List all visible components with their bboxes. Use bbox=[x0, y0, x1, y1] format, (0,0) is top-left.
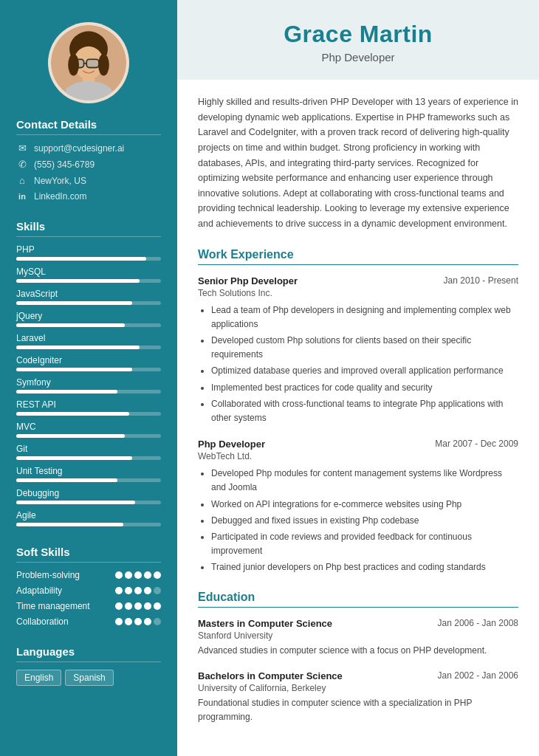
dot bbox=[154, 618, 161, 625]
skill-bar-bg bbox=[16, 501, 161, 504]
job-bullet: Developed Php modules for content manage… bbox=[211, 467, 518, 495]
job-bullet: Implemented best practices for code qual… bbox=[211, 381, 518, 395]
work-experience-section: Work Experience Senior Php Developer Jan… bbox=[198, 248, 518, 575]
skill-name: PHP bbox=[16, 244, 161, 255]
skill-name: Agile bbox=[16, 510, 161, 520]
soft-skill-name: Adaptability bbox=[16, 585, 115, 596]
skill-bar-bg bbox=[16, 346, 161, 349]
skill-bar-bg bbox=[16, 412, 161, 416]
skill-bar-bg bbox=[16, 456, 161, 460]
dot bbox=[144, 571, 151, 579]
job-bullet: Collaborated with cross-functional teams… bbox=[211, 397, 518, 425]
job-bullet: Trained junior developers on Php best pr… bbox=[211, 560, 518, 574]
skill-item: jQuery bbox=[16, 311, 161, 327]
soft-skill-name: Time management bbox=[16, 601, 115, 611]
jobs-list: Senior Php Developer Jan 2010 - Present … bbox=[198, 275, 518, 575]
soft-skills-section: Soft Skills Problem-solving Adaptability… bbox=[0, 546, 177, 632]
job-company: Tech Solutions Inc. bbox=[198, 288, 518, 298]
dot bbox=[134, 602, 142, 610]
dot bbox=[154, 602, 161, 610]
soft-skill-item: Time management bbox=[16, 601, 161, 611]
skill-item: Symfony bbox=[16, 377, 161, 394]
summary-text: Highly skilled and results-driven PHP De… bbox=[198, 94, 518, 232]
svg-point-10 bbox=[68, 54, 79, 76]
dot bbox=[144, 618, 151, 625]
soft-skill-item: Problem-solving bbox=[16, 570, 161, 580]
skill-bar-bg bbox=[16, 257, 161, 261]
job-bullet: Lead a team of Php developers in designi… bbox=[211, 303, 518, 331]
edu-date: Jan 2006 - Jan 2008 bbox=[438, 618, 518, 628]
dot bbox=[115, 587, 123, 594]
edu-header: Bachelors in Computer Science Jan 2002 -… bbox=[198, 670, 518, 681]
soft-skill-name: Problem-solving bbox=[16, 570, 115, 580]
skill-item: MVC bbox=[16, 422, 161, 438]
skill-bar-fill bbox=[16, 501, 135, 504]
skill-bar-fill bbox=[16, 478, 117, 482]
location-icon: ⌂ bbox=[16, 175, 28, 186]
contact-section: Contact Details ✉ support@cvdesigner.ai … bbox=[0, 118, 177, 207]
edu-date: Jan 2002 - Jan 2006 bbox=[438, 670, 518, 681]
avatar bbox=[48, 22, 129, 103]
soft-skills-list: Problem-solving Adaptability Time manage… bbox=[16, 570, 161, 627]
contact-title: Contact Details bbox=[16, 118, 161, 135]
candidate-title: Php Developer bbox=[192, 51, 524, 63]
skill-bar-bg bbox=[16, 434, 161, 438]
languages-list: EnglishSpanish bbox=[16, 670, 161, 690]
header-section: Grace Martin Php Developer bbox=[177, 0, 539, 80]
skill-item: MySQL bbox=[16, 267, 161, 283]
skill-bar-fill bbox=[16, 523, 123, 526]
soft-skills-title: Soft Skills bbox=[16, 546, 161, 563]
skill-bar-fill bbox=[16, 279, 140, 283]
skill-item: Debugging bbox=[16, 488, 161, 504]
dot bbox=[125, 571, 132, 579]
skill-bar-fill bbox=[16, 257, 146, 261]
language-tag: Spanish bbox=[65, 670, 113, 686]
dot bbox=[125, 587, 132, 594]
edu-block: Bachelors in Computer Science Jan 2002 -… bbox=[198, 670, 518, 724]
skill-bar-fill bbox=[16, 346, 140, 349]
skill-item: Git bbox=[16, 444, 161, 460]
edu-block: Masters in Computer Science Jan 2006 - J… bbox=[198, 618, 518, 658]
skill-bar-fill bbox=[16, 434, 125, 438]
skill-name: REST API bbox=[16, 399, 161, 410]
dots bbox=[115, 571, 161, 579]
edu-degree: Bachelors in Computer Science bbox=[198, 670, 343, 681]
dot bbox=[144, 587, 151, 594]
skill-bar-bg bbox=[16, 523, 161, 526]
dot bbox=[134, 618, 142, 625]
resume-body: Highly skilled and results-driven PHP De… bbox=[177, 80, 539, 756]
skill-name: jQuery bbox=[16, 311, 161, 321]
dot bbox=[144, 602, 151, 610]
dot bbox=[125, 602, 132, 610]
job-header: Senior Php Developer Jan 2010 - Present bbox=[198, 275, 518, 286]
skill-bar-fill bbox=[16, 323, 125, 327]
skill-bar-fill bbox=[16, 390, 117, 394]
skill-name: Debugging bbox=[16, 488, 161, 498]
edu-degree: Masters in Computer Science bbox=[198, 618, 332, 629]
skill-bar-bg bbox=[16, 323, 161, 327]
skill-name: CodeIgniter bbox=[16, 355, 161, 365]
edu-school: Stanford University bbox=[198, 630, 518, 641]
dot bbox=[134, 587, 142, 594]
job-company: WebTech Ltd. bbox=[198, 451, 518, 461]
edu-school: University of California, Berkeley bbox=[198, 683, 518, 693]
job-date: Mar 2007 - Dec 2009 bbox=[435, 439, 518, 449]
skill-bar-bg bbox=[16, 279, 161, 283]
skill-item: REST API bbox=[16, 399, 161, 416]
skill-bar-fill bbox=[16, 412, 129, 416]
job-bullet: Optimized database queries and improved … bbox=[211, 364, 518, 378]
education-section: Education Masters in Computer Science Ja… bbox=[198, 591, 518, 724]
soft-skill-item: Adaptability bbox=[16, 585, 161, 596]
skill-bar-fill bbox=[16, 301, 132, 305]
education-title: Education bbox=[198, 591, 518, 608]
job-bullet: Participated in code reviews and provide… bbox=[211, 530, 518, 558]
dot bbox=[154, 571, 161, 579]
contact-email: ✉ support@cvdesigner.ai bbox=[16, 142, 161, 154]
dots bbox=[115, 602, 161, 610]
main-content: Grace Martin Php Developer Highly skille… bbox=[177, 0, 539, 756]
skills-section: Skills PHP MySQL JavaScript jQuery Larav… bbox=[0, 220, 177, 532]
skill-bar-bg bbox=[16, 301, 161, 305]
job-title: Php Developer bbox=[198, 439, 265, 450]
job-bullets: Developed Php modules for content manage… bbox=[198, 467, 518, 574]
edu-desc: Foundational studies in computer science… bbox=[198, 696, 518, 724]
